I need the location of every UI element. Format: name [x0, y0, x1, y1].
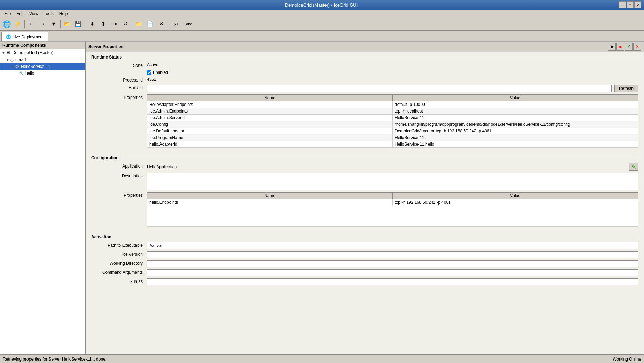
sep4 — [132, 20, 132, 28]
prop-name: Ice.ProgramName — [147, 134, 393, 141]
tree-root: ▼ 🖥 DemoIceGrid (Master) ▼ ◇ node1 ▼ ⚙ H… — [0, 49, 85, 76]
build-id-row: Build Id Refresh — [91, 85, 638, 92]
title-bar: DemoIceGrid (Master) - IceGrid GUI ─ □ ✕ — [0, 0, 644, 10]
document-button[interactable]: 📄 — [145, 19, 155, 29]
tree-icon-hello: 🔧 — [19, 71, 24, 76]
sep3 — [85, 20, 85, 28]
menu-tools[interactable]: Tools — [41, 10, 56, 16]
delete-button[interactable]: ✕ — [156, 19, 166, 29]
filter-button[interactable]: ▼ — [48, 19, 59, 29]
menu-bar: File Edit View Tools Help — [0, 10, 644, 17]
tree-icon-node1: ◇ — [10, 57, 14, 62]
tabs-bar: 🌐 Live Deployment — [0, 31, 644, 41]
application-container: HelloApplication ✎ — [147, 163, 638, 171]
config-col-value: Value — [393, 193, 638, 199]
menu-edit[interactable]: Edit — [14, 10, 26, 16]
activation-section: Activation Path to Executable Ice Versio… — [86, 232, 644, 290]
application-row: Application HelloApplication ✎ — [91, 163, 638, 171]
enabled-value: Enabled — [147, 70, 638, 75]
config-col-name: Name — [147, 193, 393, 199]
window-controls[interactable]: ─ □ ✕ — [619, 1, 641, 8]
ice-version-row: Ice Version — [91, 251, 638, 258]
cmd-args-input[interactable] — [147, 269, 638, 276]
config-properties-table: Name Value hello.Endpointstcp -h 192.168… — [147, 192, 638, 206]
prop-value: DemoIceGrid/Locator:tcp -h 192.168.50.24… — [393, 128, 638, 134]
exe-input[interactable] — [147, 242, 638, 249]
prop-name: Ice.Default.Locator — [147, 128, 393, 134]
ice-version-input[interactable] — [147, 251, 638, 258]
config-props-empty — [147, 206, 638, 227]
activation-header: Activation — [91, 234, 638, 239]
cancel-panel-button[interactable]: ✕ — [633, 43, 641, 51]
table-row: hello.AdapterIdHelloService-11.hello — [147, 141, 638, 148]
prop-value: tcp -h localhost — [393, 108, 638, 115]
folder-button[interactable]: 📁 — [134, 19, 144, 29]
tree-item-helloservice[interactable]: ▼ ⚙ HelloService-11 — [0, 63, 85, 70]
run-as-row: Run as — [91, 278, 638, 285]
confirm-button[interactable]: ✓ — [625, 43, 633, 51]
cmd-args-label: Command Arguments — [91, 269, 147, 275]
process-id-label: Process Id — [91, 77, 147, 83]
runtime-properties-label: Properties — [91, 94, 147, 100]
upload-button[interactable]: ⬆ — [98, 19, 108, 29]
forward-button[interactable]: → — [37, 19, 48, 29]
runtime-status-section: Runtime Status State Active Enabled Proc… — [86, 52, 644, 153]
download-button[interactable]: ⬇ — [87, 19, 97, 29]
tree-arrow-root: ▼ — [2, 51, 5, 55]
tab-live-deployment[interactable]: 🌐 Live Deployment — [1, 32, 48, 41]
minimize-button[interactable]: ─ — [619, 1, 626, 8]
tree-label-helloservice: HelloService-11 — [21, 64, 50, 69]
refresh-button-build[interactable]: Refresh — [614, 85, 638, 92]
play-button[interactable]: ▶ — [608, 43, 616, 51]
exe-row: Path to Executable — [91, 242, 638, 249]
process-id-value: 4361 — [147, 77, 638, 82]
run-as-input[interactable] — [147, 278, 638, 285]
abc-button[interactable]: abc — [183, 19, 195, 29]
back-button[interactable]: ← — [26, 19, 37, 29]
dollar-button[interactable]: $0 — [170, 19, 182, 29]
description-row: Description — [91, 173, 638, 190]
refresh-button[interactable]: ↺ — [120, 19, 131, 29]
right-panel-controls: ▶ ■ ✓ ✕ — [608, 43, 641, 51]
restore-button[interactable]: □ — [627, 1, 634, 8]
open-file-button[interactable]: 📂 — [62, 19, 72, 29]
save-button[interactable]: 💾 — [73, 19, 84, 29]
build-id-label: Build Id — [91, 85, 147, 90]
menu-file[interactable]: File — [1, 10, 14, 16]
state-value: Active — [147, 62, 638, 67]
close-button[interactable]: ✕ — [634, 1, 641, 8]
menu-help[interactable]: Help — [56, 10, 71, 16]
ice-version-label: Ice Version — [91, 251, 147, 257]
prop-name: hello.Endpoints — [147, 199, 393, 206]
tree-label-node1: node1 — [15, 57, 27, 62]
prop-value: HelloService-11.hello — [393, 141, 638, 148]
description-input[interactable] — [147, 173, 638, 190]
tree-label-hello: hello — [25, 71, 34, 76]
disconnect-icon[interactable]: ⚡ — [13, 19, 23, 29]
stop-button[interactable]: ■ — [616, 43, 624, 51]
enabled-checkbox[interactable] — [147, 70, 151, 75]
tree-item-hello[interactable]: ▶ 🔧 hello — [0, 70, 85, 76]
table-row: hello.Endpointstcp -h 192.168.50.242 -p … — [147, 199, 638, 206]
sep1 — [24, 20, 25, 28]
table-row: Ice.ProgramNameHelloService-11 — [147, 134, 638, 141]
tree-item-node1[interactable]: ▼ ◇ node1 — [0, 56, 85, 63]
status-connection: Working Online — [613, 357, 641, 362]
tree-icon-helloservice: ⚙ — [15, 64, 19, 69]
connect-icon[interactable]: 🌐 — [1, 19, 12, 29]
working-dir-input[interactable] — [147, 260, 638, 267]
tree-label-root: DemoIceGrid (Master) — [12, 50, 54, 55]
application-edit-button[interactable]: ✎ — [629, 163, 638, 171]
build-id-input[interactable] — [147, 85, 612, 92]
tree-item-root[interactable]: ▼ 🖥 DemoIceGrid (Master) — [0, 49, 85, 56]
runtime-col-value: Value — [393, 95, 638, 101]
right-panel: Server Properties ▶ ■ ✓ ✕ Runtime Status… — [85, 41, 644, 355]
tab-label: Live Deployment — [13, 34, 44, 39]
config-properties-container: Name Value hello.Endpointstcp -h 192.168… — [147, 192, 638, 227]
menu-view[interactable]: View — [26, 10, 41, 16]
enabled-row: Enabled — [91, 70, 638, 75]
table-row: Ice.Default.LocatorDemoIceGrid/Locator:t… — [147, 128, 638, 134]
patch-button[interactable]: ⇥ — [109, 19, 119, 29]
prop-value: HelloService-11 — [393, 134, 638, 141]
sep5 — [168, 20, 168, 28]
